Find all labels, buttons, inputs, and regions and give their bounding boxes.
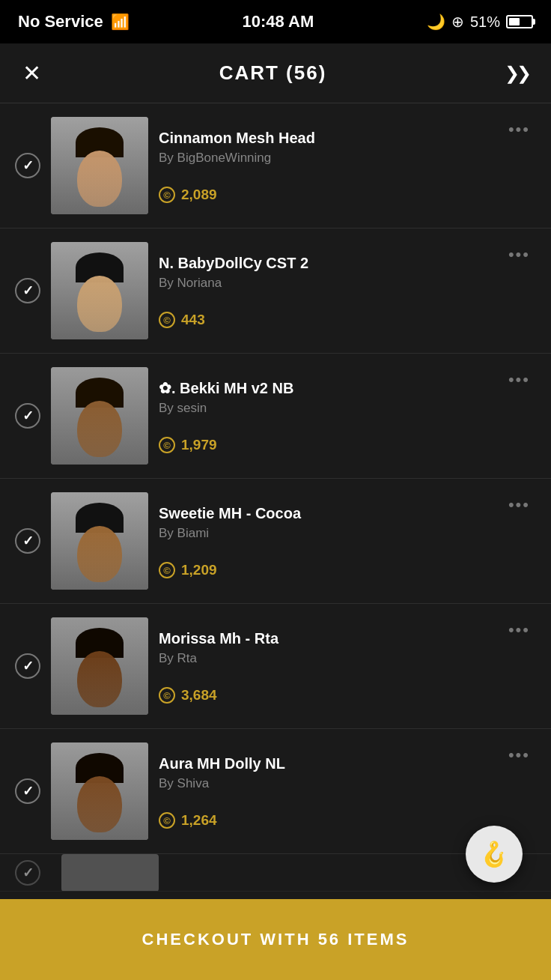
checkout-label: CHECKOUT WITH 56 ITEMS <box>142 930 410 949</box>
avatar <box>51 242 148 339</box>
item-thumbnail <box>51 117 148 214</box>
hanger-icon: 🪝 <box>479 840 509 868</box>
item-checkbox: ✓ <box>15 860 40 886</box>
cart-title: CART (56) <box>219 61 327 85</box>
item-creator: By BigBoneWinning <box>159 151 492 166</box>
item-thumbnail <box>51 617 148 715</box>
item-thumbnail <box>61 854 159 892</box>
item-checkbox[interactable]: ✓ <box>15 403 40 429</box>
item-details: ✿. Bekki MH v2 NB By sesin © 1,979 <box>159 378 492 453</box>
item-price: © 443 <box>159 312 492 328</box>
avatar-face <box>77 151 122 207</box>
item-checkbox[interactable]: ✓ <box>15 528 40 554</box>
cart-item: ✓ Sweetie MH - Cocoa By Biami © 1,209 ••… <box>0 479 551 604</box>
avatar-face <box>77 776 122 832</box>
item-name: N. BabyDollCy CST 2 <box>159 253 492 273</box>
item-thumbnail <box>51 367 148 465</box>
battery-percent: 51% <box>470 13 500 31</box>
item-name: Sweetie MH - Cocoa <box>159 503 492 523</box>
item-details: Morissa Mh - Rta By Rta © 3,684 <box>159 629 492 704</box>
item-thumbnail <box>51 492 148 590</box>
avatar <box>51 367 148 465</box>
avatar <box>51 742 148 840</box>
item-name: Aura MH Dolly NL <box>159 754 492 773</box>
price-value: 1,979 <box>181 437 217 453</box>
check-icon: ✓ <box>22 783 34 799</box>
price-value: 443 <box>181 312 205 328</box>
item-thumbnail <box>51 742 148 840</box>
cart-item: ✓ ✿. Bekki MH v2 NB By sesin © 1,979 ••• <box>0 354 551 479</box>
cart-item: ✓ Cinnamon Mesh Head By BigBoneWinning ©… <box>0 103 551 229</box>
check-icon: ✓ <box>22 282 34 299</box>
check-icon: ✓ <box>22 157 34 174</box>
avatar-face <box>77 276 122 332</box>
item-details: Sweetie MH - Cocoa By Biami © 1,209 <box>159 503 492 578</box>
coin-icon: © <box>159 687 175 704</box>
item-price: © 1,264 <box>159 812 492 829</box>
more-options-button[interactable]: ••• <box>502 367 536 393</box>
item-creator: By sesin <box>159 401 492 416</box>
item-price: © 3,684 <box>159 687 492 704</box>
item-checkbox[interactable]: ✓ <box>15 653 40 679</box>
cart-header: ✕ CART (56) ❯❯ <box>0 43 551 103</box>
more-options-button[interactable]: ••• <box>502 242 536 267</box>
moon-icon: 🌙 <box>427 13 445 31</box>
item-checkbox[interactable]: ✓ <box>15 778 40 804</box>
status-bar: No Service 📶 10:48 AM 🌙 ⊕ 51% <box>0 0 551 43</box>
item-checkbox[interactable]: ✓ <box>15 278 40 303</box>
more-options-button[interactable]: ••• <box>502 492 536 518</box>
item-price: © 1,209 <box>159 562 492 578</box>
item-creator: By Rta <box>159 651 492 666</box>
check-icon: ✓ <box>22 533 34 549</box>
cart-item: ✓ Morissa Mh - Rta By Rta © 3,684 ••• <box>0 604 551 729</box>
item-creator: By Biami <box>159 526 492 541</box>
more-options-button[interactable]: ••• <box>502 117 536 142</box>
item-details: N. BabyDollCy CST 2 By Noriana © 443 <box>159 253 492 328</box>
price-value: 1,264 <box>181 812 217 829</box>
avatar-face <box>77 651 122 707</box>
price-value: 3,684 <box>181 687 217 704</box>
check-icon: ✓ <box>22 408 34 424</box>
item-details: Aura MH Dolly NL By Shiva © 1,264 <box>159 754 492 829</box>
price-value: 2,089 <box>181 187 217 203</box>
more-options-button[interactable]: ••• <box>502 742 536 768</box>
cart-item: ✓ Aura MH Dolly NL By Shiva © 1,264 ••• <box>0 729 551 854</box>
item-price: © 2,089 <box>159 187 492 203</box>
item-price: © 1,979 <box>159 437 492 453</box>
status-right: 🌙 ⊕ 51% <box>427 13 533 31</box>
location-icon: ⊕ <box>451 13 464 31</box>
avatar <box>51 117 148 214</box>
coin-icon: © <box>159 812 175 829</box>
price-value: 1,209 <box>181 562 217 578</box>
item-creator: By Shiva <box>159 776 492 791</box>
checkout-bar[interactable]: CHECKOUT WITH 56 ITEMS <box>0 899 551 980</box>
item-name: Morissa Mh - Rta <box>159 629 492 648</box>
status-time: 10:48 AM <box>242 12 314 31</box>
coin-icon: © <box>159 187 175 203</box>
wifi-icon: 📶 <box>111 13 130 31</box>
coin-icon: © <box>159 562 175 578</box>
battery-fill <box>509 18 520 25</box>
status-left: No Service 📶 <box>18 12 130 31</box>
fab-button[interactable]: 🪝 <box>466 826 523 883</box>
coin-icon: © <box>159 312 175 328</box>
item-checkbox[interactable]: ✓ <box>15 153 40 178</box>
avatar-face <box>77 401 122 457</box>
cart-item: ✓ N. BabyDollCy CST 2 By Noriana © 443 •… <box>0 229 551 354</box>
chevron-down-button[interactable]: ❯❯ <box>505 63 529 84</box>
item-name: Cinnamon Mesh Head <box>159 128 492 148</box>
avatar <box>51 492 148 590</box>
check-icon: ✓ <box>22 658 34 674</box>
avatar-face <box>77 526 122 582</box>
carrier-text: No Service <box>18 12 103 31</box>
item-creator: By Noriana <box>159 276 492 291</box>
avatar <box>51 617 148 715</box>
more-options-button[interactable]: ••• <box>502 617 536 643</box>
item-name: ✿. Bekki MH v2 NB <box>159 378 492 398</box>
close-button[interactable]: ✕ <box>22 62 41 85</box>
check-icon: ✓ <box>22 865 34 881</box>
coin-icon: © <box>159 437 175 453</box>
item-details: Cinnamon Mesh Head By BigBoneWinning © 2… <box>159 128 492 203</box>
item-thumbnail <box>51 242 148 339</box>
battery-icon <box>506 15 533 28</box>
